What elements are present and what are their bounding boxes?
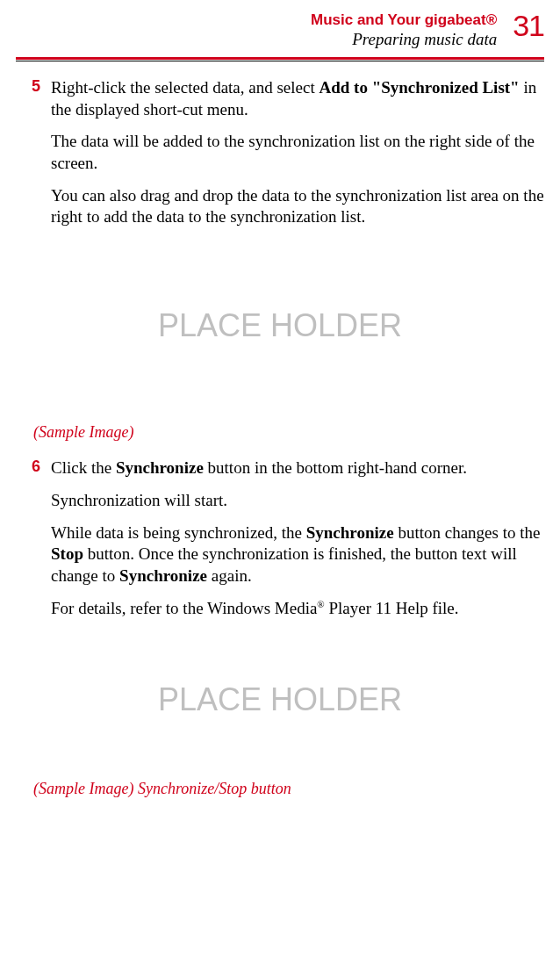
text: Right-click the selected data, and selec… — [51, 78, 319, 97]
text: button changes to the — [394, 523, 541, 542]
bold-text: Add to "Synchronized List" — [319, 78, 519, 97]
registered-mark: ® — [317, 599, 324, 609]
header-title: Music and Your gigabeat® — [311, 11, 497, 29]
bold-text: Synchronize — [116, 458, 204, 477]
step-6: 6 Click the Synchronize button in the bo… — [51, 457, 544, 619]
step-number: 6 — [32, 457, 40, 476]
page-number: 31 — [513, 11, 544, 40]
step-5-p2: The data will be added to the synchroniz… — [51, 131, 544, 174]
header-rule-red — [16, 57, 544, 60]
step-6-p3: While data is being synchronized, the Sy… — [51, 522, 544, 587]
page-header: Music and Your gigabeat® Preparing music… — [0, 0, 560, 50]
page-content: 5 Right-click the selected data, and sel… — [0, 61, 560, 798]
step-number: 5 — [32, 77, 40, 96]
text: While data is being synchronized, the — [51, 523, 306, 542]
step-6-p4: For details, refer to the Windows Media®… — [51, 598, 544, 620]
step-6-p1: Click the Synchronize button in the bott… — [51, 457, 544, 479]
image-caption-2: (Sample Image) Synchronize/Stop button — [33, 780, 544, 798]
bold-text: Stop — [51, 544, 83, 563]
image-placeholder-1: PLACE HOLDER — [16, 307, 544, 344]
text: For details, refer to the Windows Media — [51, 599, 317, 617]
step-5-p3: You can also drag and drop the data to t… — [51, 185, 544, 228]
text: again. — [207, 566, 252, 585]
image-caption-1: (Sample Image) — [33, 423, 544, 442]
bold-text: Synchronize — [306, 523, 394, 542]
header-text-block: Music and Your gigabeat® Preparing music… — [311, 11, 497, 50]
text: button in the bottom right-hand corner. — [204, 458, 467, 477]
bold-text: Synchronize — [119, 566, 207, 585]
step-5-p1: Right-click the selected data, and selec… — [51, 77, 544, 120]
step-6-p2: Synchronization will start. — [51, 490, 544, 512]
header-subtitle: Preparing music data — [311, 29, 497, 50]
text: Click the — [51, 458, 116, 477]
step-5: 5 Right-click the selected data, and sel… — [51, 77, 544, 228]
text: Player 11 Help file. — [325, 599, 459, 617]
image-placeholder-2: PLACE HOLDER — [16, 681, 544, 718]
